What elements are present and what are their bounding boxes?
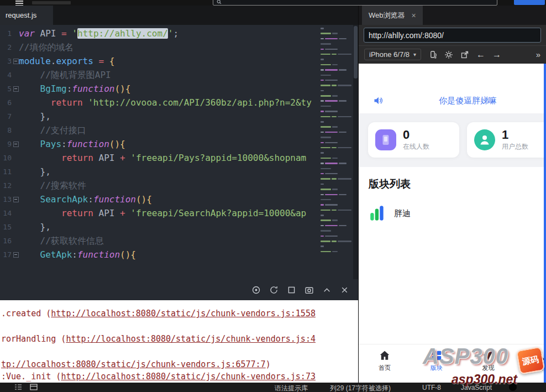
code-line[interactable]: 7 }, (0, 109, 318, 123)
close-console-icon[interactable] (340, 285, 349, 295)
board-name: 胖迪 (394, 208, 411, 219)
editor-code: 1var API = 'http://ahlly.com/';2//填你的域名3… (0, 27, 318, 262)
code-editor[interactable]: 1var API = 'http://ahlly.com/';2//填你的域名3… (0, 25, 358, 279)
fold-marker[interactable] (12, 82, 19, 96)
code-line[interactable]: 16 //获取软件信息 (0, 234, 318, 248)
editor-scrollbar[interactable] (353, 25, 358, 279)
line-number: 14 (0, 206, 12, 220)
overflow-icon[interactable]: » (536, 50, 540, 59)
code-line[interactable]: 17 GetApk:function(){ (0, 248, 318, 262)
open-external-icon[interactable] (460, 50, 469, 59)
tabbar-label: 首页 (379, 364, 391, 372)
phone-icon (375, 129, 396, 150)
preview-scrollbar[interactable] (544, 64, 546, 383)
status-language[interactable]: JavaScript (461, 384, 492, 391)
code-line[interactable]: 5 BgImg:function(){ (0, 82, 318, 96)
fold-marker[interactable] (12, 54, 19, 68)
back-icon[interactable]: ← (476, 50, 485, 59)
code-line[interactable]: 12 //搜索软件 (0, 179, 318, 192)
console-line: .created (http://localhost:8080/static/j… (1, 307, 356, 320)
tab-web-browser[interactable]: Web浏览器 × (362, 6, 423, 25)
stats-row: 0在线人数1用户总数 (359, 113, 546, 167)
fold-spacer (12, 179, 19, 192)
run-button[interactable] (514, 0, 545, 5)
device-select[interactable]: iPhone 6/7/8 ▾ (364, 49, 421, 60)
line-number: 3 (0, 54, 12, 68)
browser-panel: Web浏览器 × iPhone 6/7/8 ▾ ← → » 你是傻逼胖娣嘛 0在… (358, 6, 546, 383)
notice-text: 你是傻逼胖娣嘛 (384, 96, 546, 106)
fold-spacer (12, 234, 19, 248)
browser-tab-label: Web浏览器 (369, 11, 405, 20)
line-number: 9 (0, 137, 12, 151)
stat-value: 0 (403, 128, 429, 141)
console-link[interactable]: tp://localhost:8080/static/js/chunk-vend… (1, 359, 266, 369)
status-hint[interactable]: 语法提示库 (275, 384, 308, 392)
stop-icon[interactable] (287, 285, 296, 295)
minimap[interactable] (321, 27, 351, 255)
line-number: 8 (0, 123, 12, 137)
console-link[interactable]: http://localhost:8080/static/js/chunk-ve… (66, 334, 316, 344)
status-encoding[interactable]: UTF-8 (422, 384, 441, 391)
rotate-device-icon[interactable] (428, 50, 437, 59)
fold-spacer (12, 96, 19, 109)
outline-list-icon[interactable] (14, 384, 22, 390)
tabbar-item-mine[interactable]: 我的 (514, 344, 546, 377)
code-text: //支付接口 (19, 123, 86, 137)
global-search-input[interactable] (213, 0, 497, 6)
code-line[interactable]: 9 Pays:function(){ (0, 137, 318, 151)
app-header: 你是傻逼胖娣嘛 (359, 64, 546, 113)
restart-icon[interactable] (269, 285, 279, 295)
device-label: iPhone 6/7/8 (369, 50, 410, 59)
status-cursor-position[interactable]: 列29 (17字符被选择) (330, 384, 391, 392)
record-icon[interactable] (251, 285, 261, 295)
console-output[interactable]: .created (http://localhost:8080/static/j… (0, 300, 358, 383)
board-item[interactable]: 胖迪 (359, 200, 546, 227)
line-number: 16 (0, 234, 12, 248)
tab-close-icon[interactable]: × (412, 11, 416, 20)
fold-spacer (12, 68, 19, 82)
forward-icon[interactable]: → (492, 50, 501, 59)
status-bar: 语法提示库 列29 (17字符被选择) UTF-8 JavaScript (0, 383, 546, 392)
code-line[interactable]: 14 return API + 'freeapi/SearchApk?appid… (0, 206, 318, 220)
notice-banner[interactable]: 你是傻逼胖娣嘛 (359, 88, 546, 113)
line-number: 1 (0, 27, 12, 40)
console-link[interactable]: http://localhost:8080/static/js/chunk-ve… (51, 309, 316, 318)
line-number: 4 (0, 68, 12, 82)
status-dot-icon[interactable] (509, 383, 517, 391)
code-line[interactable]: 11 }, (0, 165, 318, 179)
code-text: }, (19, 109, 51, 123)
code-line[interactable]: 6 return 'http://ovooa.com/API/360bz/api… (0, 96, 318, 109)
code-line[interactable]: 15 }, (0, 220, 318, 234)
menu-icon[interactable] (15, 1, 23, 6)
console-line: rorHandling (http://localhost:8080/stati… (1, 333, 356, 345)
code-line[interactable]: 8 //支付接口 (0, 123, 318, 137)
code-line[interactable]: 3module.exports = { (0, 54, 318, 68)
code-line[interactable]: 10 return API + 'freeapi/Pays?appid=1000… (0, 151, 318, 165)
code-text: }, (19, 220, 51, 234)
collapse-icon[interactable] (322, 285, 332, 295)
tabbar-item-home[interactable]: 首页 (359, 344, 411, 377)
snapshot-icon[interactable] (305, 285, 314, 295)
console-link[interactable]: http://localhost:8080/static/js/chunk-ve… (61, 372, 316, 381)
panel-layout-icon[interactable] (30, 384, 38, 390)
tabbar-item-boards[interactable]: 版块 (411, 344, 463, 377)
url-bar (359, 25, 546, 45)
code-line[interactable]: 4 //随机背景图API (0, 68, 318, 82)
fold-spacer (12, 123, 19, 137)
settings-gear-icon[interactable] (444, 50, 453, 59)
code-line[interactable]: 2//填你的域名 (0, 40, 318, 54)
code-line[interactable]: 13 SearchApk:function(){ (0, 192, 318, 206)
tabbar-item-discover[interactable]: 发现 (463, 344, 514, 377)
tab-request-js[interactable]: request.js (0, 6, 53, 25)
fold-marker[interactable] (12, 137, 19, 151)
fold-marker[interactable] (12, 248, 19, 262)
bars-logo-icon (369, 205, 386, 222)
scrollbar-thumb[interactable] (354, 26, 358, 79)
fold-marker[interactable] (12, 192, 19, 206)
code-line[interactable]: 1var API = 'http://ahlly.com/'; (0, 27, 318, 40)
line-number: 17 (0, 248, 12, 262)
code-text: //填你的域名 (19, 40, 74, 54)
url-input[interactable] (364, 28, 541, 43)
stat-value: 1 (502, 128, 528, 141)
code-text: return 'http://ovooa.com/API/360bz/api.p… (19, 96, 312, 109)
